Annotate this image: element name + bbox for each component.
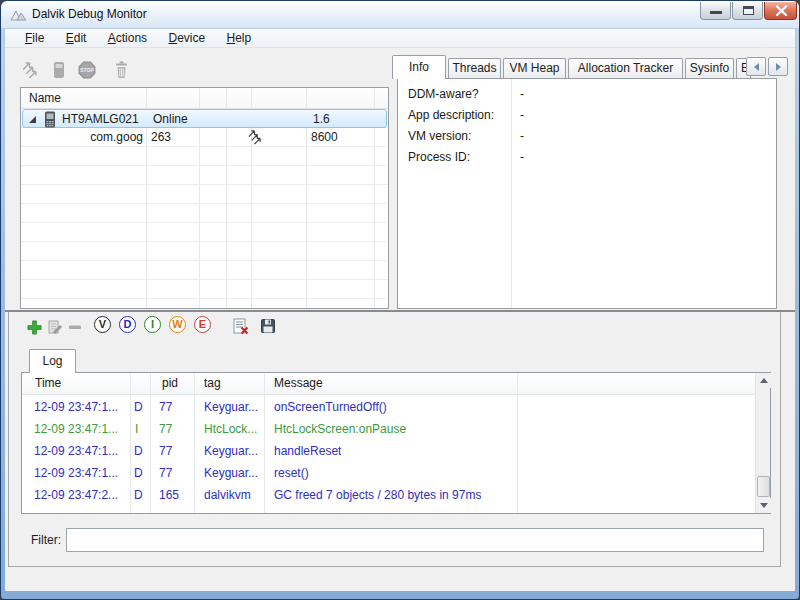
clear-log-icon bbox=[232, 318, 249, 335]
client-name: com.goog bbox=[21, 128, 143, 147]
title-bar[interactable]: Dalvik Debug Monitor bbox=[1, 1, 799, 29]
log-row[interactable]: 12-09 23:47:1... I 77 HtcLock... HtcLock… bbox=[22, 418, 754, 440]
tab-log[interactable]: Log bbox=[29, 349, 76, 373]
device-serial: HT9AMLG021 bbox=[62, 110, 139, 129]
log-message: handleReset bbox=[274, 440, 341, 462]
menu-bar: File Edit Actions Device Help bbox=[5, 29, 795, 48]
log-time: 12-09 23:47:1... bbox=[34, 396, 118, 418]
log-row[interactable]: 12-09 23:47:1... D 77 Keyguar... onScree… bbox=[22, 396, 754, 418]
log-table: Time pid tag Message 12-09 23:47:1... D … bbox=[21, 372, 771, 514]
log-tag: Keyguar... bbox=[204, 396, 258, 418]
log-level: D bbox=[134, 484, 143, 506]
svg-text:STOP: STOP bbox=[80, 67, 94, 73]
log-row[interactable]: 12-09 23:47:1... D 77 Keyguar... reset() bbox=[22, 462, 754, 484]
minus-icon bbox=[68, 320, 82, 334]
delete-filter-button[interactable] bbox=[63, 316, 87, 338]
chevron-left-icon bbox=[754, 63, 759, 71]
clear-log-button[interactable] bbox=[228, 315, 252, 337]
level-error-button[interactable]: E bbox=[194, 316, 211, 333]
client-pid: 263 bbox=[151, 128, 171, 147]
level-info-button[interactable]: I bbox=[144, 316, 161, 333]
tab-vm-heap[interactable]: VM Heap bbox=[503, 58, 566, 78]
debug-process-button[interactable] bbox=[17, 59, 41, 81]
device-row[interactable]: HT9AMLG021 Online 1.6 bbox=[22, 109, 387, 128]
tab-allocation-tracker[interactable]: Allocation Tracker bbox=[568, 58, 683, 78]
client-port: 8600 bbox=[311, 128, 338, 147]
level-debug-button[interactable]: D bbox=[119, 316, 136, 333]
log-pid: 77 bbox=[159, 396, 172, 418]
app-window: Dalvik Debug Monitor File Edit Actions D… bbox=[0, 0, 800, 600]
app-icon bbox=[10, 7, 27, 23]
save-disk-icon bbox=[260, 318, 276, 334]
field-label: App description: bbox=[408, 105, 494, 126]
field-value: - bbox=[520, 105, 524, 126]
log-row[interactable]: 12-09 23:47:1... D 77 Keyguar... handleR… bbox=[22, 440, 754, 462]
level-warn-button[interactable]: W bbox=[169, 316, 186, 333]
log-time: 12-09 23:47:1... bbox=[34, 462, 118, 484]
menu-actions[interactable]: Actions bbox=[99, 29, 156, 47]
menu-device[interactable]: Device bbox=[159, 29, 214, 47]
expander-expanded-icon[interactable] bbox=[29, 116, 36, 123]
client-row[interactable]: com.goog 263 8600 bbox=[21, 128, 388, 147]
log-section: V D I W E Log bbox=[8, 312, 781, 567]
tab-sysinfo[interactable]: Sysinfo bbox=[685, 58, 734, 78]
tab-scroll-right-button[interactable] bbox=[768, 57, 788, 76]
halt-vm-button[interactable]: STOP bbox=[75, 59, 99, 81]
scroll-up-button[interactable] bbox=[756, 373, 771, 388]
log-tag: dalvikvm bbox=[204, 484, 251, 506]
log-time: 12-09 23:47:1... bbox=[34, 418, 118, 440]
name-column-header[interactable]: Name bbox=[29, 88, 61, 109]
log-time: 12-09 23:47:2... bbox=[34, 484, 118, 506]
menu-help[interactable]: Help bbox=[218, 29, 261, 47]
minimize-icon bbox=[710, 11, 722, 14]
level-verbose-button[interactable]: V bbox=[94, 316, 111, 333]
triangle-down-icon bbox=[760, 503, 768, 508]
update-heap-button[interactable] bbox=[47, 59, 71, 81]
log-tag: Keyguar... bbox=[204, 440, 258, 462]
log-level: D bbox=[134, 440, 143, 462]
log-scrollbar[interactable] bbox=[755, 373, 770, 513]
log-level: I bbox=[135, 418, 138, 440]
debuggable-icon bbox=[247, 130, 262, 145]
save-log-button[interactable] bbox=[256, 315, 280, 337]
field-label: DDM-aware? bbox=[408, 84, 479, 105]
tab-threads[interactable]: Threads bbox=[448, 58, 501, 78]
col-pid[interactable]: pid bbox=[162, 373, 178, 394]
filter-input[interactable] bbox=[66, 528, 764, 552]
device-table-header[interactable]: Name bbox=[21, 88, 388, 109]
edit-pencil-icon bbox=[47, 319, 63, 335]
col-time[interactable]: Time bbox=[35, 373, 61, 394]
minimize-button[interactable] bbox=[700, 2, 731, 20]
close-button[interactable] bbox=[764, 2, 797, 20]
debug-arrows-icon bbox=[21, 62, 38, 79]
log-pid: 165 bbox=[159, 484, 179, 506]
tab-info[interactable]: Info bbox=[392, 55, 446, 79]
chevron-right-icon bbox=[776, 63, 781, 71]
field-label: VM version: bbox=[408, 126, 471, 147]
log-pid: 77 bbox=[159, 440, 172, 462]
field-value: - bbox=[520, 84, 524, 105]
log-time: 12-09 23:47:1... bbox=[34, 440, 118, 462]
log-pid: 77 bbox=[159, 418, 172, 440]
stop-sign-icon: STOP bbox=[78, 61, 96, 79]
maximize-button[interactable] bbox=[732, 2, 763, 20]
field-value: - bbox=[520, 126, 524, 147]
menu-file[interactable]: File bbox=[16, 29, 53, 47]
maximize-icon bbox=[743, 6, 754, 15]
garbage-collect-button[interactable] bbox=[109, 59, 133, 81]
close-icon bbox=[765, 2, 798, 20]
log-table-header[interactable]: Time pid tag Message bbox=[22, 373, 770, 395]
col-tag[interactable]: tag bbox=[204, 373, 221, 394]
tab-scroll-left-button[interactable] bbox=[746, 57, 766, 76]
scroll-down-button[interactable] bbox=[756, 498, 771, 513]
menu-edit[interactable]: Edit bbox=[57, 29, 96, 47]
log-tag: HtcLock... bbox=[204, 418, 257, 440]
log-level: D bbox=[134, 396, 143, 418]
col-message[interactable]: Message bbox=[274, 373, 323, 394]
field-label: Process ID: bbox=[408, 147, 470, 168]
log-row[interactable]: 12-09 23:47:2... D 165 dalvikvm GC freed… bbox=[22, 484, 754, 506]
field-value: - bbox=[520, 147, 524, 168]
scrollbar-thumb[interactable] bbox=[757, 476, 770, 497]
plus-icon bbox=[27, 320, 42, 335]
log-level: D bbox=[134, 462, 143, 484]
